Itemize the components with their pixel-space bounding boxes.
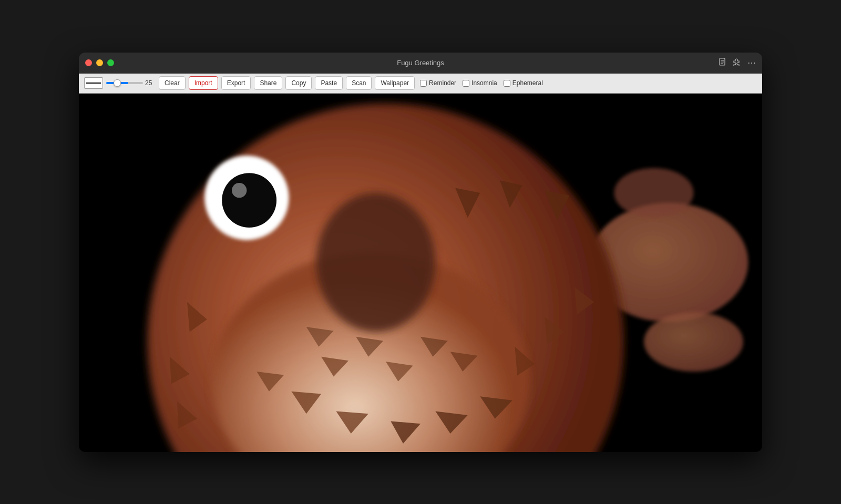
pufferfish-image	[79, 94, 762, 452]
share-button[interactable]: Share	[254, 76, 282, 90]
puzzle-icon[interactable]	[733, 58, 741, 68]
svg-point-12	[222, 173, 276, 228]
copy-button[interactable]: Copy	[285, 76, 312, 90]
ephemeral-label: Ephemeral	[512, 79, 543, 87]
import-button[interactable]: Import	[189, 76, 218, 90]
svg-point-6	[644, 312, 743, 371]
slider-value: 25	[145, 79, 156, 87]
reminder-checkbox[interactable]	[420, 80, 427, 87]
toolbar: 25 Clear Import Export Share Copy Paste …	[79, 74, 762, 94]
insomnia-label: Insomnia	[471, 79, 497, 87]
clear-button[interactable]: Clear	[159, 76, 186, 90]
slider-container: 25	[106, 79, 156, 87]
scan-button[interactable]: Scan	[346, 76, 372, 90]
ephemeral-checkbox[interactable]	[504, 80, 510, 87]
svg-point-7	[614, 168, 693, 217]
ellipsis-icon[interactable]: ⋯	[747, 58, 756, 68]
svg-point-10	[316, 192, 436, 331]
insomnia-checkbox-label[interactable]: Insomnia	[463, 79, 497, 87]
app-window: Fugu Greetings ⋯ 25	[79, 53, 762, 452]
minimize-button[interactable]	[96, 59, 103, 66]
export-button[interactable]: Export	[221, 76, 251, 90]
reminder-checkbox-label[interactable]: Reminder	[420, 79, 456, 87]
traffic-lights	[85, 59, 114, 66]
pen-preview	[84, 77, 103, 89]
wallpaper-button[interactable]: Wallpaper	[375, 76, 415, 90]
reminder-label: Reminder	[429, 79, 456, 87]
size-slider[interactable]	[106, 82, 143, 84]
svg-point-13	[232, 183, 247, 198]
checkbox-group: Reminder Insomnia Ephemeral	[420, 79, 543, 87]
titlebar-actions: ⋯	[718, 58, 756, 68]
maximize-button[interactable]	[107, 59, 114, 66]
close-button[interactable]	[85, 59, 92, 66]
paste-button[interactable]: Paste	[315, 76, 343, 90]
pen-preview-line	[86, 83, 101, 84]
insomnia-checkbox[interactable]	[463, 80, 469, 87]
ephemeral-checkbox-label[interactable]: Ephemeral	[504, 79, 543, 87]
document-icon[interactable]	[718, 58, 726, 68]
drawing-canvas[interactable]	[79, 94, 762, 452]
window-title: Fugu Greetings	[397, 59, 444, 67]
titlebar: Fugu Greetings ⋯	[79, 53, 762, 74]
